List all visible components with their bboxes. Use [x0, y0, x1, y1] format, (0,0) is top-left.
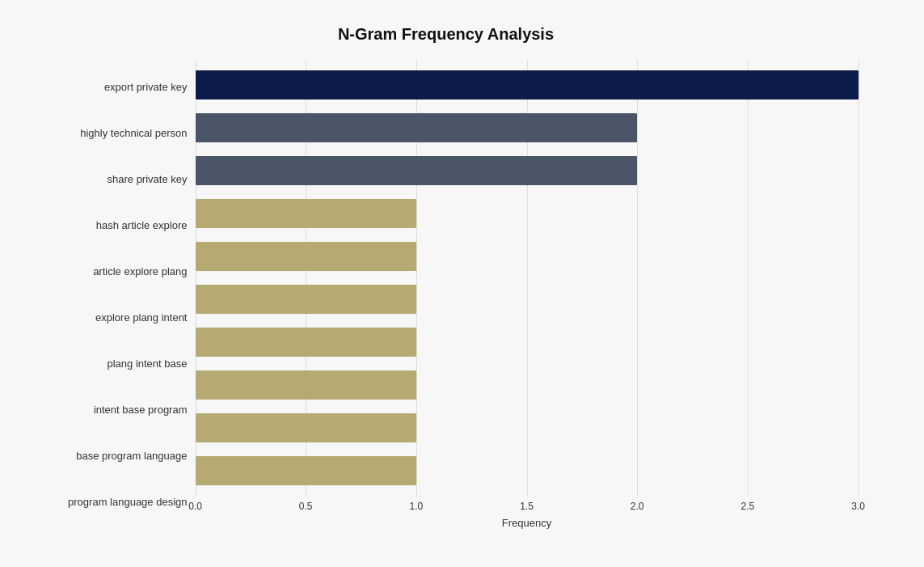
x-tick: 0.5 — [299, 501, 313, 512]
bar-row — [196, 112, 859, 144]
x-tick: 2.0 — [631, 501, 644, 512]
bar-row — [196, 283, 859, 315]
bar — [196, 242, 416, 271]
bar-row — [196, 154, 859, 187]
bar — [196, 456, 416, 485]
bar-row — [196, 240, 859, 273]
bar — [196, 413, 416, 442]
y-label: explore plang intent — [34, 295, 196, 339]
y-label: export private key — [34, 65, 196, 108]
bars-container — [196, 60, 859, 497]
y-label: intent base program — [34, 387, 196, 431]
bar — [196, 328, 416, 357]
y-label: plang intent base — [34, 341, 196, 385]
x-tick: 2.5 — [740, 501, 754, 512]
chart-title: N-Gram Frequency Analysis — [34, 25, 859, 44]
y-label: share private key — [34, 157, 196, 201]
bar-row — [196, 412, 859, 444]
bar — [196, 113, 638, 142]
bar — [196, 370, 416, 400]
y-label: base program language — [34, 434, 196, 477]
bar-row — [196, 455, 859, 487]
x-axis-label: Frequency — [196, 517, 859, 529]
bar-row — [196, 369, 859, 401]
x-tick: 1.5 — [520, 501, 534, 512]
chart-area: export private keyhighly technical perso… — [34, 60, 859, 529]
gridline — [859, 60, 859, 497]
x-tick: 1.0 — [409, 501, 423, 512]
y-label: program language design — [34, 480, 196, 523]
y-label: highly technical person — [34, 111, 196, 154]
chart-container: N-Gram Frequency Analysis export private… — [18, 9, 907, 559]
bar — [196, 285, 416, 314]
bar — [196, 156, 638, 185]
bar-row — [196, 326, 859, 358]
y-label: article explore plang — [34, 249, 196, 293]
y-axis: export private keyhighly technical perso… — [34, 60, 196, 529]
plot-area: 0.00.51.01.52.02.53.0 Frequency — [196, 60, 859, 529]
bar — [196, 199, 416, 228]
bar-row — [196, 197, 859, 230]
y-label: hash article explore — [34, 203, 196, 247]
x-tick: 3.0 — [851, 501, 865, 512]
bar — [196, 70, 859, 99]
x-tick: 0.0 — [188, 501, 202, 512]
bar-row — [196, 69, 859, 101]
